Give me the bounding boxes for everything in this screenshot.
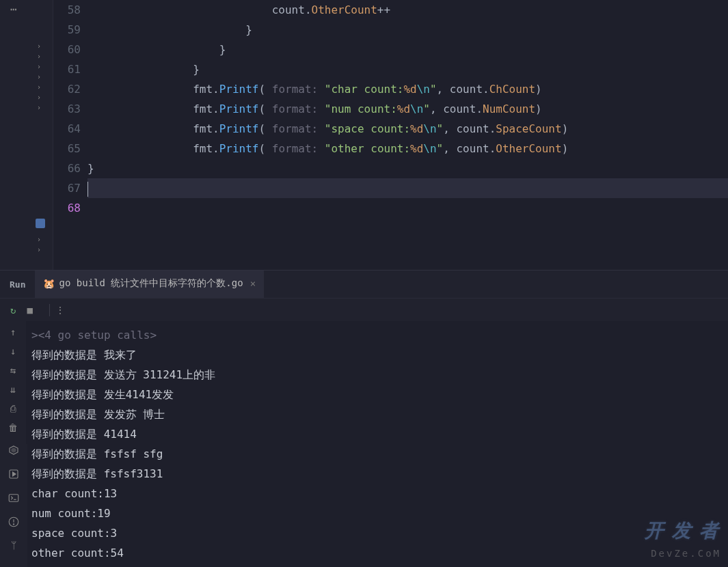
stop-icon[interactable]: ■ xyxy=(27,305,32,316)
chevron-icon: › xyxy=(37,104,41,111)
project-tree[interactable]: › › › › › › › › › xyxy=(27,0,53,270)
tree-item[interactable]: › xyxy=(34,41,45,51)
console-output[interactable]: ><4 go setup calls>得到的数据是 我来了得到的数据是 发送方 … xyxy=(26,321,728,567)
console-line: 得到的数据是 41414 xyxy=(31,424,723,444)
vcs-icon[interactable]: ᛘ xyxy=(11,540,16,551)
console-line: space count:3 xyxy=(31,523,723,543)
chevron-icon: › xyxy=(37,246,41,253)
chevron-icon: › xyxy=(37,63,41,70)
code-line[interactable]: } xyxy=(87,40,728,59)
chevron-icon: › xyxy=(37,236,41,243)
console-line: 得到的数据是 发发苏 博士 xyxy=(31,404,723,424)
line-number: 60 xyxy=(53,40,81,59)
console-line: ><4 go setup calls> xyxy=(31,325,723,345)
go-icon: 🐹 xyxy=(43,278,55,289)
scroll-icon[interactable]: ⇊ xyxy=(10,384,16,395)
activity-bar: ⋯ xyxy=(0,0,27,270)
line-number: 62 xyxy=(53,79,81,99)
run-tool-label[interactable]: Run xyxy=(0,279,35,290)
run-icon[interactable] xyxy=(8,468,20,482)
run-tab-title: go build 统计文件中目标字符的个数.go xyxy=(59,277,243,290)
services-icon[interactable] xyxy=(8,444,20,458)
run-toolbar: ↻ ■ ⋮ xyxy=(0,298,728,321)
svg-marker-1 xyxy=(12,448,16,452)
console-line: char count:13 xyxy=(31,484,723,503)
code-area[interactable]: count.OtherCount++ } } } fmt.Printf( for… xyxy=(87,0,728,270)
line-number: 61 xyxy=(53,59,81,79)
code-editor[interactable]: 5859606162636465666768 count.OtherCount+… xyxy=(53,0,728,270)
code-line[interactable]: fmt.Printf( format: "space count:%d\n", … xyxy=(87,119,728,139)
problems-icon[interactable] xyxy=(8,516,20,530)
leftbar-bottom: ᛘ xyxy=(0,444,27,567)
up-icon[interactable]: ↑ xyxy=(10,327,16,337)
more-icon[interactable]: ⋯ xyxy=(10,3,18,16)
code-line[interactable] xyxy=(87,178,728,198)
svg-marker-3 xyxy=(13,472,16,476)
run-tab-bar: Run 🐹 go build 统计文件中目标字符的个数.go × xyxy=(0,271,728,298)
code-line[interactable]: } xyxy=(87,158,728,178)
line-number: 65 xyxy=(53,139,81,158)
console-line: 得到的数据是 我来了 xyxy=(31,345,723,365)
run-tab[interactable]: 🐹 go build 统计文件中目标字符的个数.go × xyxy=(35,271,264,298)
line-gutter: 5859606162636465666768 xyxy=(53,0,87,270)
terminal-icon[interactable] xyxy=(8,492,20,506)
chevron-icon: › xyxy=(37,73,41,81)
line-number: 68 xyxy=(53,198,81,218)
trash-icon[interactable]: 🗑 xyxy=(8,422,18,433)
code-line[interactable]: count.OtherCount++ xyxy=(87,0,728,20)
code-line[interactable]: fmt.Printf( format: "num count:%d\n", co… xyxy=(87,99,728,119)
rerun-icon[interactable]: ↻ xyxy=(10,305,16,316)
console-line: num count:19 xyxy=(31,503,723,523)
print-icon[interactable]: ⎙ xyxy=(10,403,16,414)
tree-item[interactable]: › xyxy=(34,245,45,255)
svg-rect-4 xyxy=(9,495,18,502)
more-icon[interactable]: ⋮ xyxy=(55,305,65,316)
chevron-icon: › xyxy=(37,42,41,50)
separator xyxy=(49,304,50,316)
console-line: 得到的数据是 fsfsf sfg xyxy=(31,444,723,464)
code-line[interactable]: } xyxy=(87,20,728,40)
line-number: 64 xyxy=(53,119,81,139)
console-line: 得到的数据是 发生4141发发 xyxy=(31,385,723,404)
console-line: 得到的数据是 发送方 311241上的非 xyxy=(31,365,723,385)
chevron-icon: › xyxy=(37,53,41,60)
line-number: 67 xyxy=(53,178,81,198)
line-number: 63 xyxy=(53,99,81,119)
code-line[interactable]: } xyxy=(87,59,728,79)
svg-point-8 xyxy=(13,524,14,525)
tree-item[interactable]: › xyxy=(34,61,45,72)
tree-item[interactable]: › xyxy=(34,51,45,61)
close-icon[interactable]: × xyxy=(250,278,256,289)
chevron-icon: › xyxy=(37,94,41,101)
code-line[interactable]: fmt.Printf( format: "char count:%d\n", c… xyxy=(87,79,728,99)
tree-item[interactable]: › xyxy=(34,234,45,245)
softwrap-icon[interactable]: ⇆ xyxy=(10,365,16,376)
console-line: other count:54 xyxy=(31,543,723,563)
line-number: 59 xyxy=(53,20,81,40)
line-number: 58 xyxy=(53,0,81,20)
tree-item[interactable]: › xyxy=(34,72,45,82)
selected-tree-bg[interactable] xyxy=(36,219,45,228)
line-number: 66 xyxy=(53,158,81,178)
chevron-icon: › xyxy=(37,83,41,91)
tree-item[interactable]: › xyxy=(34,92,45,102)
down-icon[interactable]: ↓ xyxy=(10,346,16,357)
console-line: 得到的数据是 fsfsf3131 xyxy=(31,464,723,484)
tree-item[interactable]: › xyxy=(34,102,45,113)
code-line[interactable]: fmt.Printf( format: "other count:%d\n", … xyxy=(87,139,728,158)
tree-item[interactable]: › xyxy=(34,82,45,92)
